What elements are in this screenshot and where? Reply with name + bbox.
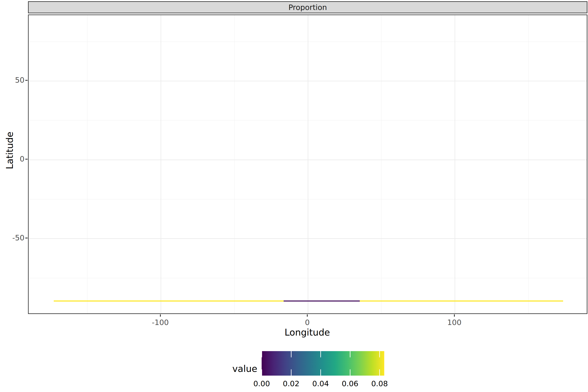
y-axis-tick bbox=[25, 238, 27, 238]
gridline-x-minor bbox=[381, 15, 382, 314]
y-axis-tick bbox=[25, 159, 27, 160]
legend-tick-label: 0.06 bbox=[336, 379, 365, 388]
legend-title: value bbox=[232, 363, 257, 374]
y-axis-title: Latitude bbox=[4, 132, 15, 169]
figure: Proportion Latitude Longitude value -100… bbox=[0, 0, 588, 392]
facet-strip-label: Proportion bbox=[288, 3, 327, 12]
x-axis-tick bbox=[454, 314, 455, 317]
y-axis-tick bbox=[25, 80, 27, 81]
y-tick-label: 0 bbox=[0, 154, 24, 163]
legend-tick bbox=[350, 370, 350, 376]
legend-tick bbox=[320, 370, 321, 376]
data-line-segment bbox=[360, 300, 563, 302]
y-tick-label: 50 bbox=[0, 76, 24, 84]
legend-colorbar bbox=[262, 351, 384, 376]
x-axis-title: Longitude bbox=[285, 327, 330, 338]
legend-tick bbox=[350, 351, 350, 357]
x-tick-label: -100 bbox=[144, 318, 177, 327]
legend-tick bbox=[379, 370, 380, 376]
plot-panel bbox=[28, 14, 588, 314]
legend-tick-label: 0.04 bbox=[306, 379, 335, 388]
facet-strip: Proportion bbox=[28, 1, 588, 13]
gridline-x-minor bbox=[234, 15, 235, 314]
legend-tick bbox=[291, 351, 292, 357]
gridline-x-major bbox=[308, 15, 308, 314]
legend-tick bbox=[379, 351, 380, 357]
gridline-x-minor bbox=[528, 15, 529, 314]
x-tick-label: 100 bbox=[438, 318, 471, 327]
y-tick-label: -50 bbox=[0, 234, 24, 242]
legend-tick bbox=[320, 351, 321, 357]
legend-tick bbox=[291, 370, 292, 376]
gridline-y-major bbox=[29, 81, 588, 81]
legend-tick-label: 0.08 bbox=[365, 379, 394, 388]
gridline-y-major bbox=[29, 238, 588, 239]
gridline-x-major bbox=[455, 15, 455, 314]
x-tick-label: 0 bbox=[291, 318, 324, 327]
legend-tick bbox=[261, 351, 262, 357]
gridline-x-major bbox=[161, 15, 161, 314]
x-axis-tick bbox=[307, 314, 308, 317]
gridline-y-major bbox=[29, 160, 588, 160]
x-axis-tick bbox=[160, 314, 161, 317]
data-line-segment bbox=[54, 300, 283, 302]
data-line-segment bbox=[284, 300, 360, 302]
legend-tick-label: 0.00 bbox=[247, 379, 276, 388]
gridline-x-minor bbox=[87, 15, 87, 314]
legend-tick bbox=[261, 370, 262, 376]
legend-tick-label: 0.02 bbox=[277, 379, 306, 388]
